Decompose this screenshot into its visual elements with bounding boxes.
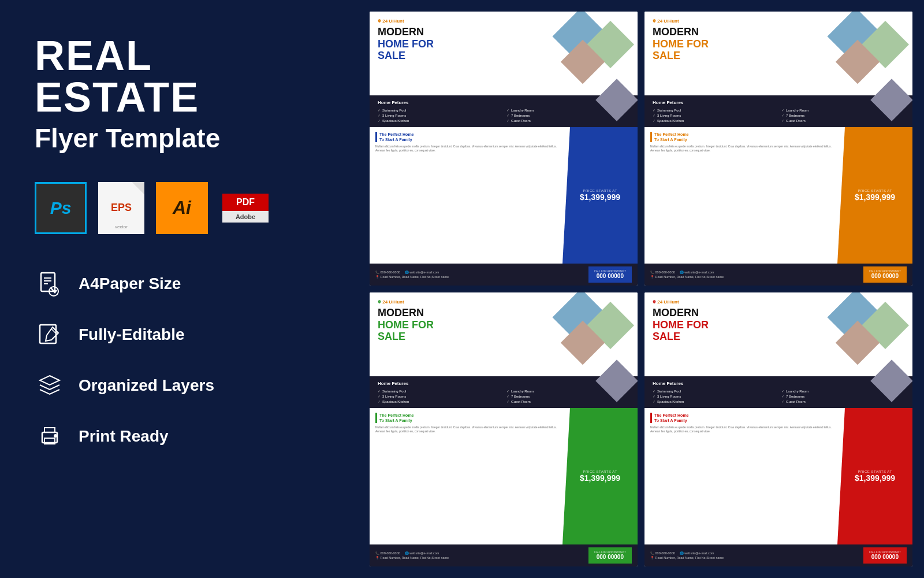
flyer-blue: ☬ 24 UiHunt MODERN HOME FOR SALE Home Fe… bbox=[370, 12, 638, 286]
feature-paper-text: A4Paper Size bbox=[79, 275, 181, 293]
ps-icon: Ps bbox=[35, 182, 87, 234]
paper-icon bbox=[35, 269, 65, 299]
feature-layers-text: Organized Layers bbox=[79, 376, 214, 395]
flyer-red: ☬ 24 UiHunt MODERN HOME FOR SALE Home Fe… bbox=[644, 292, 912, 566]
flyer-green-cta: CALL FOR APPOINTMENT 000 00000 bbox=[588, 547, 632, 564]
feature-print-text: Print Ready bbox=[79, 427, 169, 446]
flyer-green-price: PRICE STARTS AT $1,399,999 bbox=[562, 408, 638, 544]
layers-icon bbox=[35, 370, 65, 401]
flyer-orange-price: PRICE STARTS AT $1,399,999 bbox=[837, 127, 912, 264]
flyer-orange-footer: 📞 000-000-0000 🌐 website@e-mail.com 📍 Ro… bbox=[644, 264, 912, 286]
flyer-green-bottom: The Perfect Home To Start A Family Nulla… bbox=[370, 408, 638, 544]
flyer-red-features: Home Fetures ✓ Swimming Pool ✓ Laundry R… bbox=[644, 376, 912, 408]
flyer-blue-price: PRICE STARTS AT $1,399,999 bbox=[562, 127, 638, 264]
flyer-green: ☬ 24 UiHunt MODERN HOME FOR SALE Home Fe… bbox=[370, 292, 638, 566]
flyer-blue-cta: CALL FOR APPOINTMENT 000 00000 bbox=[588, 266, 632, 283]
flyer-orange-cta: CALL FOR APPOINTMENT 000 00000 bbox=[863, 266, 907, 283]
flyer-orange: ☬ 24 UiHunt MODERN HOME FOR SALE Home Fe… bbox=[644, 12, 912, 286]
flyer-green-footer: 📞 000-000-0000 🌐 website@e-mail.com 📍 Ro… bbox=[370, 544, 638, 566]
flyer-red-cta: CALL FOR APPOINTMENT 000 00000 bbox=[863, 547, 907, 564]
ai-icon: Ai bbox=[156, 182, 208, 234]
svg-point-10 bbox=[54, 435, 57, 437]
feature-paper: A4Paper Size bbox=[35, 269, 323, 299]
feature-edit: Fully-Editable bbox=[35, 320, 323, 350]
pdf-icon: PDF Adobe bbox=[219, 182, 271, 234]
flyer-orange-bottom: The Perfect Home To Start A Family Nulla… bbox=[644, 127, 912, 264]
svg-marker-7 bbox=[40, 376, 59, 385]
flyer-red-bottom: The Perfect Home To Start A Family Nulla… bbox=[644, 408, 912, 544]
sub-title: Flyer Template bbox=[35, 124, 323, 153]
flyer-green-features: Home Fetures ✓ Swimming Pool ✓ Laundry R… bbox=[370, 376, 638, 408]
left-panel: REAL ESTATE Flyer Template Ps EPS vector… bbox=[0, 0, 358, 578]
flyer-blue-bottom: The Perfect Home To Start A Family Nulla… bbox=[370, 127, 638, 264]
eps-icon: EPS vector bbox=[98, 182, 144, 234]
right-panel: ☬ 24 UiHunt MODERN HOME FOR SALE Home Fe… bbox=[358, 0, 924, 578]
flyer-orange-features: Home Fetures ✓ Swimming Pool ✓ Laundry R… bbox=[644, 95, 912, 127]
flyer-red-footer: 📞 000-000-0000 🌐 website@e-mail.com 📍 Ro… bbox=[644, 544, 912, 566]
feature-layers: Organized Layers bbox=[35, 370, 323, 401]
svg-rect-0 bbox=[41, 273, 55, 291]
flyer-blue-features: Home Fetures ✓ Swimming Pool ✓ Laundry R… bbox=[370, 95, 638, 127]
feature-edit-text: Fully-Editable bbox=[79, 325, 185, 344]
flyer-red-price: PRICE STARTS AT $1,399,999 bbox=[837, 408, 912, 544]
features-list: A4Paper Size Fully-Editable bbox=[35, 269, 323, 451]
format-icons: Ps EPS vector Ai PDF Adobe bbox=[35, 182, 323, 234]
edit-icon bbox=[35, 320, 65, 350]
main-title: REAL ESTATE bbox=[35, 35, 323, 118]
print-icon bbox=[35, 421, 65, 451]
feature-print: Print Ready bbox=[35, 421, 323, 451]
flyer-blue-footer: 📞 000-000-0000 🌐 website@e-mail.com 📍 Ro… bbox=[370, 264, 638, 286]
